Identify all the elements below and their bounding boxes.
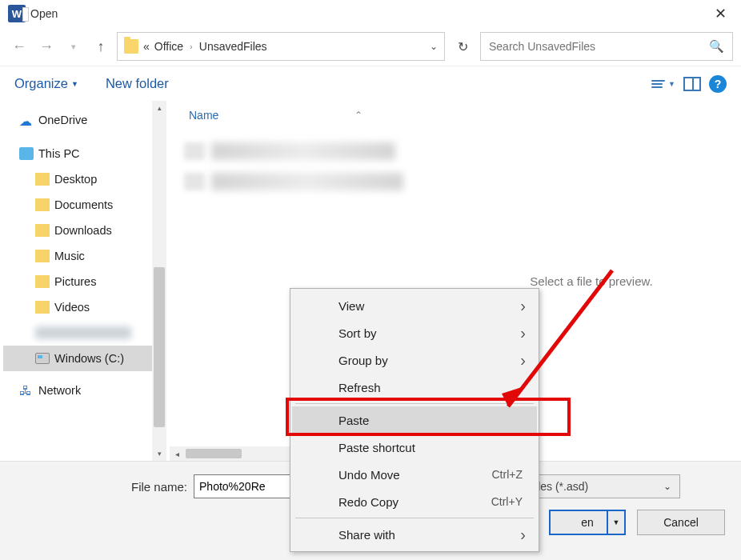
title-bar: W Open ✕ (0, 0, 741, 27)
redacted-icon (35, 326, 131, 339)
ctx-label: View (338, 299, 364, 313)
list-header[interactable]: Name ⌃ (170, 101, 442, 130)
tree-label: Windows (C:) (54, 352, 124, 365)
open-label: en (581, 516, 594, 529)
tree-label: Desktop (54, 173, 97, 186)
folder-icon (124, 39, 138, 54)
tree-label: Downloads (54, 224, 112, 237)
tree-label: OneDrive (38, 114, 87, 126)
toolbar: Organize ▼ New folder ▼ ? (0, 66, 741, 101)
ctx-separator (295, 518, 534, 518)
ctx-share-with[interactable]: Share with (292, 521, 537, 548)
redacted-filename (211, 173, 403, 190)
tree-network[interactable]: 🖧Network (3, 378, 163, 403)
tree-music[interactable]: Music (3, 243, 163, 269)
breadcrumb-seg2[interactable]: UnsavedFiles (199, 40, 267, 53)
ctx-label: Undo Move (338, 468, 400, 482)
tree-this-pc[interactable]: This PC (3, 141, 163, 166)
tree-label: Music (54, 250, 85, 262)
breadcrumb-seg1[interactable]: Office (154, 40, 183, 53)
scroll-left-icon[interactable]: ◂ (170, 446, 184, 461)
tree-windows-c[interactable]: Windows (C:) (3, 346, 163, 371)
ctx-label: Sort by (338, 326, 377, 340)
back-button[interactable]: ← (8, 35, 30, 58)
recent-dropdown-icon[interactable]: ▾ (62, 35, 85, 58)
new-folder-label: New folder (106, 76, 169, 91)
ctx-paste[interactable]: Paste (292, 406, 537, 434)
tree-pictures[interactable]: Pictures (3, 269, 163, 294)
ctx-undo-move[interactable]: Undo MoveCtrl+Z (292, 461, 537, 488)
scroll-down-icon[interactable]: ▾ (152, 446, 166, 461)
drive-icon (35, 353, 50, 364)
up-button[interactable]: ↑ (90, 35, 112, 58)
list-item[interactable] (184, 166, 427, 197)
forward-button[interactable]: → (35, 35, 58, 58)
open-button[interactable]: en ▼ (549, 510, 626, 535)
word-app-icon: W (8, 5, 26, 22)
preview-hint: Select a file to preview. (530, 274, 652, 288)
preview-pane-button[interactable] (683, 77, 701, 91)
ctx-sortby[interactable]: Sort by (292, 319, 537, 346)
tree-scrollbar[interactable]: ▴ ▾ (152, 101, 166, 461)
file-icon (184, 173, 205, 190)
help-button[interactable]: ? (709, 75, 727, 93)
organize-label: Organize (14, 76, 68, 91)
ctx-label: Paste shortcut (338, 441, 415, 454)
ctx-label: Paste (338, 414, 369, 427)
sort-indicator-icon: ⌃ (354, 110, 362, 121)
filename-label: File name: (131, 480, 187, 494)
close-button[interactable]: ✕ (708, 2, 733, 26)
breadcrumb-pre: « (143, 40, 150, 53)
redacted-filename (211, 142, 395, 160)
view-mode-button[interactable]: ▼ (651, 80, 675, 88)
dropdown-chevron-icon: ⌄ (663, 481, 671, 492)
tree-videos[interactable]: Videos (3, 294, 163, 320)
organize-menu[interactable]: Organize ▼ (14, 76, 78, 91)
open-split-dropdown[interactable]: ▼ (607, 511, 624, 534)
ctx-label: Share with (338, 528, 395, 542)
name-column-header[interactable]: Name (189, 109, 218, 122)
scroll-thumb[interactable] (186, 449, 242, 458)
window-title: Open (30, 7, 58, 20)
tree-onedrive[interactable]: ☁OneDrive (3, 107, 163, 133)
cancel-label: Cancel (663, 516, 699, 529)
tree-label: Network (38, 384, 81, 397)
address-bar[interactable]: « Office › UnsavedFiles ⌄ (117, 32, 445, 61)
scroll-thumb[interactable] (154, 267, 165, 427)
ctx-shortcut: Ctrl+Y (491, 495, 523, 508)
pc-icon (19, 147, 34, 160)
chevron-right-icon: › (190, 42, 193, 51)
tree-label: Pictures (54, 275, 96, 288)
ctx-label: Redo Copy (338, 495, 399, 509)
new-folder-button[interactable]: New folder (106, 76, 169, 91)
ctx-paste-shortcut[interactable]: Paste shortcut (292, 434, 537, 461)
ctx-refresh[interactable]: Refresh (292, 374, 537, 401)
refresh-button[interactable]: ↻ (450, 32, 475, 61)
nav-row: ← → ▾ ↑ « Office › UnsavedFiles ⌄ ↻ 🔍 (0, 27, 741, 66)
tree-label: This PC (38, 147, 80, 160)
tree-blurred-item[interactable] (3, 320, 163, 346)
list-view-icon (651, 80, 665, 88)
dropdown-triangle-icon: ▼ (668, 80, 675, 88)
search-icon[interactable]: 🔍 (709, 39, 724, 54)
onedrive-icon: ☁ (19, 114, 34, 126)
tree-downloads[interactable]: Downloads (3, 218, 163, 243)
tree-desktop[interactable]: Desktop (3, 166, 163, 192)
search-box[interactable]: 🔍 (480, 32, 733, 61)
ctx-groupby[interactable]: Group by (292, 346, 537, 374)
dropdown-triangle-icon: ▼ (71, 80, 78, 88)
network-icon: 🖧 (19, 384, 34, 397)
tree-documents[interactable]: Documents (3, 192, 163, 218)
tree-label: Videos (54, 301, 90, 314)
list-item[interactable] (184, 136, 427, 166)
ctx-redo-copy[interactable]: Redo CopyCtrl+Y (292, 488, 537, 515)
tree-label: Documents (54, 198, 113, 211)
ctx-label: Group by (338, 354, 388, 367)
cancel-button[interactable]: Cancel (637, 510, 725, 535)
search-input[interactable] (489, 40, 709, 53)
scroll-up-icon[interactable]: ▴ (152, 101, 166, 115)
pictures-icon (35, 275, 50, 288)
ctx-view[interactable]: View (292, 292, 537, 319)
address-dropdown-icon[interactable]: ⌄ (430, 41, 438, 52)
ctx-separator (295, 403, 534, 404)
